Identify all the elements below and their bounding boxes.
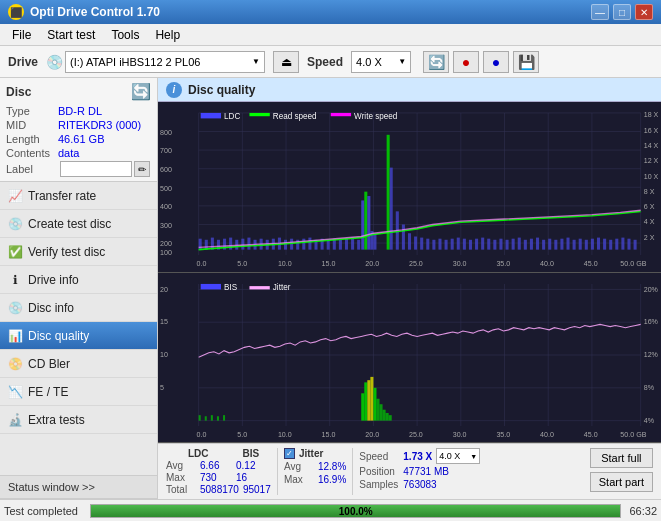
sidebar-item-drive-info[interactable]: ℹ Drive info (0, 266, 157, 294)
sidebar-item-verify-test-disc[interactable]: ✅ Verify test disc (0, 238, 157, 266)
disc-mid-row: MID RITEKDR3 (000) (6, 119, 151, 131)
disc-label-row: Label ✏ (6, 161, 151, 177)
disc-refresh-icon[interactable]: 🔄 (131, 82, 151, 101)
stats-bar: LDC BIS Avg 6.66 0.12 Max 730 16 Total 5… (158, 443, 661, 499)
drive-select[interactable]: (I:) ATAPI iHBS112 2 PL06 ▼ (65, 51, 265, 73)
total-label: Total (166, 484, 196, 495)
svg-rect-111 (536, 238, 539, 250)
speed-dropdown-arrow: ▼ (398, 57, 406, 66)
sidebar-item-extra-tests[interactable]: 🔬 Extra tests (0, 406, 157, 434)
svg-rect-75 (327, 240, 330, 250)
svg-rect-61 (241, 239, 244, 250)
svg-rect-128 (158, 273, 661, 443)
svg-rect-127 (634, 240, 637, 250)
svg-rect-92 (420, 238, 423, 250)
create-test-disc-icon: 💿 (8, 217, 22, 231)
svg-rect-105 (499, 239, 502, 250)
sidebar: Disc 🔄 Type BD-R DL MID RITEKDR3 (000) L… (0, 78, 158, 499)
svg-text:20: 20 (160, 284, 168, 293)
sidebar-item-disc-info[interactable]: 💿 Disc info (0, 294, 157, 322)
disc-red-button[interactable]: ● (453, 51, 479, 73)
svg-text:Write speed: Write speed (354, 111, 397, 121)
disc-mid-key: MID (6, 119, 58, 131)
svg-rect-72 (308, 238, 311, 250)
disc-length-val: 46.61 GB (58, 133, 104, 145)
jitter-checkbox[interactable]: ✓ (284, 448, 295, 459)
svg-rect-78 (345, 239, 348, 250)
svg-rect-98 (457, 238, 460, 250)
menu-start-test[interactable]: Start test (39, 26, 103, 44)
svg-rect-101 (475, 239, 478, 250)
svg-text:15: 15 (160, 317, 168, 326)
close-button[interactable]: ✕ (635, 4, 653, 20)
status-window-button[interactable]: Status window >> (0, 475, 157, 499)
start-full-button[interactable]: Start full (590, 448, 653, 468)
svg-rect-82 (364, 192, 367, 250)
disc-label-edit-button[interactable]: ✏ (134, 161, 150, 177)
disc-quality-header-icon: i (166, 82, 182, 98)
svg-rect-91 (414, 237, 417, 250)
sidebar-item-fe-te[interactable]: 📉 FE / TE (0, 378, 157, 406)
speed-label: Speed (307, 55, 343, 69)
svg-rect-174 (361, 393, 364, 420)
jitter-label: Jitter (299, 448, 323, 459)
speed-select-small[interactable]: 4.0 X ▼ (436, 448, 480, 464)
svg-rect-172 (217, 416, 219, 420)
svg-rect-114 (554, 240, 557, 250)
eject-button[interactable]: ⏏ (273, 51, 299, 73)
disc-length-key: Length (6, 133, 58, 145)
disc-blue-button[interactable]: ● (483, 51, 509, 73)
svg-text:8%: 8% (644, 382, 655, 391)
svg-text:25.0: 25.0 (409, 429, 423, 438)
bis-header: BIS (243, 448, 260, 459)
svg-rect-181 (383, 409, 386, 420)
sidebar-item-transfer-rate[interactable]: 📈 Transfer rate (0, 182, 157, 210)
menu-help[interactable]: Help (147, 26, 188, 44)
svg-rect-24 (331, 113, 351, 116)
minimize-button[interactable]: — (591, 4, 609, 20)
svg-text:Read speed: Read speed (273, 111, 317, 121)
svg-text:500: 500 (160, 183, 172, 192)
svg-text:20%: 20% (644, 284, 659, 293)
speed-select[interactable]: 4.0 X ▼ (351, 51, 411, 73)
svg-rect-99 (463, 239, 466, 250)
svg-rect-80 (357, 240, 360, 250)
disc-label-input[interactable] (60, 161, 132, 177)
speed-select-arrow: ▼ (470, 453, 477, 460)
ldc-avg: 6.66 (200, 460, 232, 471)
svg-rect-90 (408, 233, 411, 249)
sidebar-item-disc-quality[interactable]: 📊 Disc quality (0, 322, 157, 350)
sidebar-item-cd-bler[interactable]: 📀 CD Bler (0, 350, 157, 378)
svg-rect-109 (524, 240, 527, 250)
disc-type-val: BD-R DL (58, 105, 102, 117)
svg-text:30.0: 30.0 (453, 429, 467, 438)
disc-quality-title: Disc quality (188, 83, 255, 97)
disc-quality-header: i Disc quality (158, 78, 661, 102)
samples-val: 763083 (403, 479, 436, 490)
svg-rect-81 (361, 200, 364, 249)
sidebar-item-create-test-disc[interactable]: 💿 Create test disc (0, 210, 157, 238)
svg-rect-95 (438, 239, 441, 250)
svg-rect-169 (199, 415, 201, 420)
menu-file[interactable]: File (4, 26, 39, 44)
maximize-button[interactable]: □ (613, 4, 631, 20)
refresh-button[interactable]: 🔄 (423, 51, 449, 73)
speed-val: 1.73 X (403, 451, 432, 462)
start-part-button[interactable]: Start part (590, 472, 653, 492)
cd-bler-icon: 📀 (8, 357, 22, 371)
svg-text:6 X: 6 X (644, 202, 655, 211)
chart-bottom: BIS Jitter 20 15 10 5 20% 16% 12% 8% 4% … (158, 273, 661, 444)
svg-rect-115 (560, 239, 563, 250)
svg-text:10.0: 10.0 (278, 259, 292, 268)
svg-text:0.0: 0.0 (197, 429, 207, 438)
svg-text:5.0: 5.0 (237, 429, 247, 438)
jitter-max: 16.9% (318, 474, 346, 485)
svg-text:800: 800 (160, 128, 172, 137)
svg-rect-126 (627, 239, 630, 250)
menu-tools[interactable]: Tools (103, 26, 147, 44)
svg-rect-120 (591, 239, 594, 250)
save-button[interactable]: 💾 (513, 51, 539, 73)
bis-avg: 0.12 (236, 460, 264, 471)
disc-info-icon: 💿 (8, 301, 22, 315)
app-icon: ⬛ (8, 4, 24, 20)
